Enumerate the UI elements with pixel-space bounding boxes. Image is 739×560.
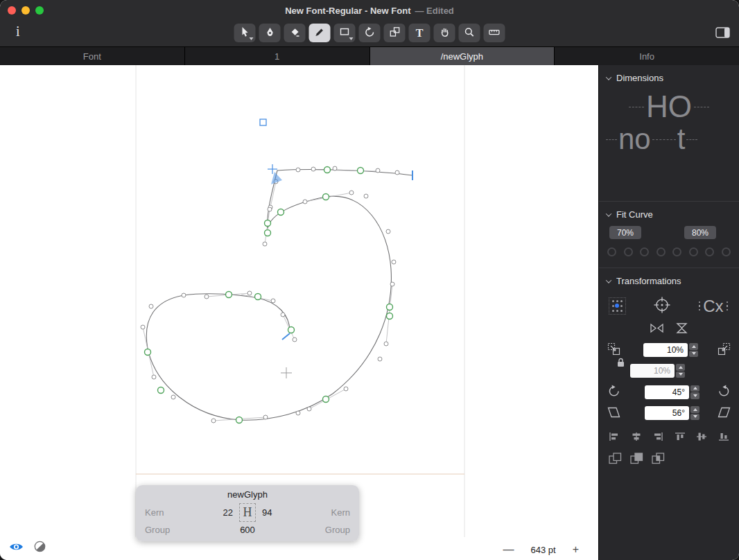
zoom-tool[interactable] (459, 24, 480, 42)
metric-dash (694, 107, 709, 107)
select-tool[interactable] (234, 24, 256, 42)
flip-vertical-icon (675, 322, 688, 336)
metric-dash (629, 107, 644, 107)
zoom-out-button[interactable]: — (503, 543, 514, 556)
metrics-sample-letter[interactable]: H (239, 503, 256, 522)
stepper-up[interactable] (676, 364, 685, 371)
reference-dots-icon (699, 301, 701, 311)
align-left-button[interactable] (609, 432, 620, 444)
glyph-path[interactable] (146, 170, 412, 421)
align-right-icon (652, 432, 663, 444)
measure-tool[interactable] (484, 24, 505, 42)
fit-curve-step[interactable] (657, 247, 666, 256)
kern-right-label[interactable]: Kern (314, 507, 350, 518)
pencil-tool[interactable] (309, 24, 331, 42)
stepper-up[interactable] (689, 343, 698, 350)
tab-font[interactable]: Font (0, 47, 184, 65)
shape-tool[interactable] (334, 24, 356, 42)
fit-curve-step[interactable] (672, 247, 681, 256)
align-center-h-button[interactable] (631, 432, 642, 444)
transform-target-button[interactable] (653, 296, 671, 316)
text-tool[interactable]: T (409, 24, 431, 42)
hand-tool[interactable] (434, 24, 455, 42)
erase-tool[interactable] (284, 24, 306, 42)
right-sidebearing-value[interactable]: 94 (262, 507, 272, 518)
fit-curve-header[interactable]: Fit Curve (599, 202, 739, 221)
union-button[interactable] (609, 453, 622, 466)
fit-curve-step[interactable] (624, 247, 633, 256)
slant-left-button[interactable] (607, 407, 620, 420)
app-window: New Font-Regular - New Font — Edited i (0, 0, 739, 560)
intersect-button[interactable] (652, 453, 665, 466)
blackwhite-toggle-button[interactable] (34, 541, 46, 554)
rotate-tool[interactable] (359, 24, 381, 42)
slant-right-button[interactable] (718, 407, 731, 420)
fit-curve-max-button[interactable]: 80% (684, 226, 716, 239)
edit-canvas[interactable]: newGlyph Kern 22 H 94 Kern Group 600 Gro… (0, 65, 598, 560)
fit-curve-step[interactable] (705, 247, 714, 256)
cursor-arrow-icon (240, 26, 250, 40)
minimize-button[interactable] (21, 6, 30, 15)
stepper-down[interactable] (690, 392, 699, 399)
fit-curve-min-button[interactable]: 70% (609, 226, 641, 239)
tab-glyph[interactable]: /newGlyph (370, 47, 555, 65)
align-top-button[interactable] (675, 432, 686, 444)
eraser-icon (289, 27, 300, 40)
close-button[interactable] (8, 6, 16, 15)
glyph-width-value[interactable]: 600 (240, 525, 255, 535)
sidebar-toggle-button[interactable] (715, 27, 730, 40)
edited-badge: — Edited (415, 6, 453, 16)
slant-field[interactable]: 56° (645, 406, 689, 420)
document-title: New Font-Regular - New Font (285, 6, 410, 16)
align-bottom-button[interactable] (718, 432, 729, 444)
transform-reference-button[interactable]: Cx (699, 298, 728, 315)
intersect-icon (652, 453, 665, 466)
transformations-section: Transformations Cx (599, 268, 739, 476)
stepper-up[interactable] (690, 406, 699, 413)
dimensions-header[interactable]: Dimensions (599, 65, 739, 85)
tool-dropdown-arrow (250, 37, 254, 40)
proportional-lock-button[interactable] (617, 358, 625, 369)
fit-curve-step[interactable] (607, 247, 616, 256)
rotate-ccw-button[interactable] (607, 384, 621, 400)
flip-horizontal-icon (650, 322, 664, 336)
fit-curve-step[interactable] (722, 247, 731, 256)
zoom-window-button[interactable] (35, 6, 44, 15)
rotation-field[interactable]: 45° (645, 385, 689, 399)
align-bottom-icon (718, 432, 729, 444)
flip-vertical-button[interactable] (675, 322, 688, 336)
traffic-lights (8, 6, 44, 15)
scale-x-field[interactable]: 10% (643, 343, 688, 357)
fit-curve-step[interactable] (640, 247, 649, 256)
left-sidebearing-value[interactable]: 22 (223, 507, 233, 518)
slant-right-icon (718, 407, 731, 420)
rotate-ccw-icon (607, 384, 621, 400)
preview-toggle-button[interactable] (9, 542, 24, 554)
group-right-label[interactable]: Group (314, 525, 350, 535)
subtract-button[interactable] (630, 453, 643, 466)
scale-tool[interactable] (384, 24, 406, 42)
align-center-v-button[interactable] (696, 432, 707, 444)
zoom-value[interactable]: 643 pt (531, 545, 556, 555)
tab-info[interactable]: Info (555, 47, 739, 65)
scale-y-row: 10% (599, 358, 739, 378)
zoom-in-button[interactable]: + (573, 543, 579, 556)
stepper-down[interactable] (689, 351, 698, 358)
stepper-down[interactable] (676, 371, 685, 378)
fit-curve-step[interactable] (689, 247, 698, 256)
scale-row: 10% (599, 336, 739, 358)
kern-left-label[interactable]: Kern (145, 507, 181, 518)
scale-down-button[interactable] (607, 342, 620, 358)
rotate-cw-button[interactable] (717, 384, 731, 400)
transformations-header[interactable]: Transformations (599, 268, 739, 288)
align-right-button[interactable] (652, 432, 663, 444)
tab-layer[interactable]: 1 (185, 47, 370, 65)
flip-horizontal-button[interactable] (650, 322, 664, 336)
scale-up-button[interactable] (718, 342, 731, 358)
group-left-label[interactable]: Group (145, 525, 181, 535)
scale-y-field[interactable]: 10% (630, 364, 675, 378)
draw-tool[interactable] (259, 24, 281, 42)
stepper-up[interactable] (690, 385, 699, 392)
stepper-down[interactable] (690, 414, 699, 421)
transform-origin-selector[interactable] (609, 297, 626, 315)
